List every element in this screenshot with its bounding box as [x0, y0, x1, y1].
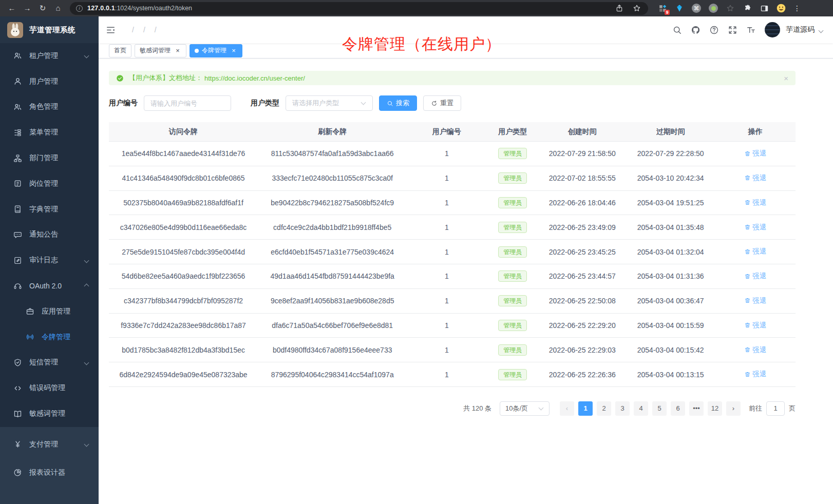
table-row: c347026e805e4d99b0d116eae66eda8c cdfc4ce… — [109, 215, 796, 240]
browser-reload-button[interactable]: ↻ — [36, 2, 49, 15]
headset-icon — [13, 282, 22, 290]
force-logout-button[interactable]: 强退 — [744, 149, 766, 158]
page-button[interactable]: 12 — [708, 401, 722, 416]
sidebar-item[interactable]: 错误码管理 — [0, 375, 99, 401]
prev-page-button[interactable]: ‹ — [560, 401, 574, 416]
refresh-token-cell: 811c530487574fa0af1a59d3abc1aa66 — [258, 149, 407, 158]
action-cell: 强退 — [715, 370, 796, 379]
goto-page-input[interactable] — [766, 401, 785, 416]
record-extension-icon[interactable] — [708, 3, 718, 13]
access-token-cell: 54d6be82ee5a460a9aedc1f9bf223656 — [109, 272, 258, 280]
puzzle-extensions-icon[interactable] — [742, 3, 752, 13]
github-icon[interactable] — [691, 25, 701, 35]
sidebar-item[interactable]: 报表设计器 — [0, 458, 99, 487]
browser-home-button[interactable]: ⌂ — [51, 2, 65, 15]
trash-icon — [744, 297, 751, 304]
trash-icon — [744, 224, 751, 230]
bookmark-star-button[interactable] — [632, 3, 642, 13]
alert-doc-link[interactable]: https://doc.iocoder.cn/user-center/ — [204, 74, 305, 82]
gem-extension-icon[interactable] — [674, 3, 685, 13]
reset-button[interactable]: 重置 — [423, 95, 461, 111]
briefcase-icon — [26, 307, 34, 316]
page-size-select[interactable]: 10条/页 — [500, 401, 550, 416]
sidebar-item[interactable]: OAuth 2.0 — [0, 273, 99, 299]
close-icon[interactable]: × — [174, 47, 181, 54]
sidebar-item[interactable]: 岗位管理 — [0, 171, 99, 197]
sidebar-collapse-button[interactable] — [106, 23, 119, 36]
sidebar-item[interactable]: 部门管理 — [0, 145, 99, 171]
force-logout-button[interactable]: 强退 — [744, 247, 766, 256]
close-icon[interactable]: × — [230, 47, 237, 54]
page-button[interactable]: 2 — [597, 401, 611, 416]
sidebar-item[interactable]: 菜单管理 — [0, 120, 99, 145]
font-size-icon[interactable] — [746, 25, 756, 35]
breadcrumb: / / / / — [127, 26, 161, 34]
sidebar-item[interactable]: 短信管理 — [0, 350, 99, 376]
goto-suffix: 页 — [789, 404, 796, 413]
share-button[interactable] — [614, 3, 624, 13]
sidebar-item[interactable]: 租户管理 — [0, 43, 99, 69]
search-icon[interactable] — [672, 25, 682, 35]
chevron-icon — [84, 283, 89, 288]
user-type-badge: 管理员 — [498, 246, 527, 258]
sidebar-item[interactable]: 应用管理 — [0, 299, 99, 324]
profile-avatar-icon[interactable] — [776, 3, 786, 13]
tab[interactable]: 令牌管理 × — [190, 44, 242, 57]
page-button[interactable]: 5 — [652, 401, 667, 416]
tab[interactable]: 首页 × — [109, 44, 131, 57]
select-placeholder: 请选择用户类型 — [292, 99, 339, 108]
page-button[interactable]: 1 — [578, 401, 593, 416]
created-time-cell: 2022-06-25 22:29:20 — [539, 321, 626, 329]
sidebar-item[interactable]: 支付管理 — [0, 430, 99, 458]
url-path: :1024/system/oauth2/token — [115, 5, 192, 12]
user-avatar[interactable] — [765, 22, 780, 37]
chevron-down-icon[interactable] — [819, 28, 824, 33]
browser-back-button[interactable]: ← — [5, 2, 18, 15]
column-header: 用户编号 — [407, 127, 486, 137]
page-info-icon[interactable]: i — [76, 5, 83, 12]
force-logout-button[interactable]: 强退 — [744, 173, 766, 183]
force-logout-button[interactable]: 强退 — [744, 345, 766, 355]
sidebar-item[interactable]: 用户管理 — [0, 69, 99, 94]
force-logout-button[interactable]: 强退 — [744, 272, 766, 281]
breadcrumb-separator: / — [143, 26, 145, 34]
expire-time-cell: 2054-03-04 00:15:42 — [626, 346, 715, 354]
force-logout-button[interactable]: 强退 — [744, 321, 766, 330]
force-logout-button[interactable]: 强退 — [744, 370, 766, 379]
sidebar-item[interactable]: 字典管理 — [0, 197, 99, 222]
user-type-select[interactable]: 请选择用户类型 — [286, 95, 373, 111]
help-icon[interactable] — [709, 25, 719, 35]
page-button[interactable]: 3 — [615, 401, 630, 416]
info-alert: 【用户体系】文档地址： https://doc.iocoder.cn/user-… — [109, 71, 796, 85]
sidebar-item[interactable]: 通知公告 — [0, 222, 99, 248]
command-extension-icon[interactable]: ⌘ — [691, 3, 702, 13]
green-star-extension-icon[interactable] — [725, 3, 735, 13]
action-cell: 强退 — [715, 149, 796, 159]
page-button[interactable]: 4 — [634, 401, 648, 416]
force-logout-button[interactable]: 强退 — [744, 198, 766, 207]
user-id-input[interactable] — [144, 95, 231, 111]
fullscreen-icon[interactable] — [728, 25, 737, 35]
force-logout-button[interactable]: 强退 — [744, 296, 766, 305]
force-logout-button[interactable]: 强退 — [744, 223, 766, 232]
page-button[interactable]: 6 — [671, 401, 685, 416]
tab[interactable]: 敏感词管理 × — [135, 44, 186, 57]
address-bar[interactable]: i 127.0.0.1 :1024/system/oauth2/token — [70, 2, 648, 15]
page-button[interactable]: ••• — [689, 401, 704, 416]
access-token-cell: 1ea5e44f8bc1467aaede43144f31de76 — [109, 149, 258, 158]
next-page-button[interactable]: › — [726, 401, 741, 416]
sidebar-item[interactable]: 角色管理 — [0, 94, 99, 120]
browser-forward-button[interactable]: → — [21, 2, 34, 15]
side-panel-icon[interactable] — [759, 3, 769, 13]
extension-grid-icon[interactable]: 9 — [657, 3, 668, 13]
sidebar-item[interactable]: 令牌管理 — [0, 324, 99, 350]
sidebar-item[interactable]: 敏感词管理 — [0, 401, 99, 427]
user-name[interactable]: 芋道源码 — [786, 25, 815, 34]
search-button[interactable]: 搜索 — [379, 95, 417, 111]
sidebar-item-label: 错误码管理 — [29, 383, 65, 393]
close-icon[interactable]: × — [784, 74, 788, 83]
sidebar-item[interactable]: 审计日志 — [0, 247, 99, 273]
report-icon — [13, 468, 22, 477]
browser-menu-button[interactable]: ⋮ — [791, 4, 803, 12]
sidebar-item-label: 报表设计器 — [29, 468, 65, 477]
